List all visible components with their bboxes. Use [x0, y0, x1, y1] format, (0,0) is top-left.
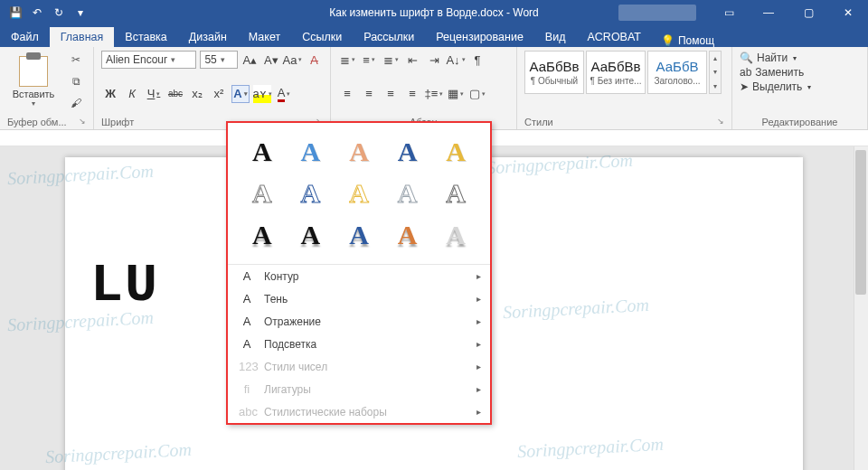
menu-item-label: Стили чисел [264, 361, 327, 373]
superscript-button[interactable]: x² [210, 85, 228, 103]
text-effect-swatch[interactable]: A [386, 175, 429, 212]
paste-label: Вставить [13, 89, 55, 99]
bullets-button[interactable]: ≣ [338, 51, 356, 69]
text-effect-swatch[interactable]: A [386, 217, 429, 253]
decrease-indent-button[interactable]: ⇤ [403, 51, 421, 69]
text-effects-menu-item[interactable]: AТень▸ [228, 287, 490, 310]
tab-review[interactable]: Рецензирование [425, 27, 534, 47]
styles-more-button[interactable]: ▴▾▾ [709, 51, 722, 94]
submenu-arrow-icon: ▸ [476, 362, 481, 371]
document-text[interactable]: LU [90, 255, 159, 316]
text-effects-menu-item[interactable]: AКонтур▸ [228, 265, 490, 287]
numbering-button[interactable]: ≡ [360, 51, 378, 69]
bold-button[interactable]: Ж [101, 85, 119, 103]
font-color-button[interactable]: A [275, 85, 293, 103]
tab-references[interactable]: Ссылки [291, 27, 353, 47]
paste-button[interactable]: Вставить ▾ [7, 56, 60, 108]
strikethrough-button[interactable]: abc [166, 85, 184, 103]
styles-gallery[interactable]: АаБбВв¶ Обычный АаБбВв¶ Без инте... АаБб… [524, 51, 724, 94]
window-title: Как изменить шрифт в Ворде.docx - Word [329, 6, 539, 19]
menu-item-label: Лигатуры [264, 383, 311, 396]
group-editing-label: Редактирование [740, 115, 860, 127]
undo-button[interactable]: ↶ [27, 3, 47, 23]
line-spacing-button[interactable]: ‡≡ [425, 85, 443, 103]
group-clipboard: Вставить ▾ ✂ ⧉ 🖌 Буфер обм...↘ [0, 47, 94, 129]
highlight-button[interactable]: aʏ [253, 85, 271, 103]
shrink-font-button[interactable]: A▾ [262, 51, 279, 69]
qat-customize[interactable]: ▾ [71, 3, 90, 23]
copy-button[interactable]: ⧉ [67, 72, 85, 90]
clear-formatting-button[interactable]: A̶ [306, 51, 323, 69]
text-effect-swatch[interactable]: A [241, 134, 284, 170]
style-normal[interactable]: АаБбВв¶ Обычный [524, 51, 584, 94]
justify-button[interactable]: ≡ [403, 85, 421, 103]
minimize-button[interactable]: — [749, 0, 788, 25]
group-editing: 🔍Найти▾ abЗаменить ➤Выделить▾ Редактиров… [732, 47, 868, 129]
multilevel-list-button[interactable]: ≣ [382, 51, 400, 69]
format-painter-button[interactable]: 🖌 [67, 94, 85, 112]
text-effect-swatch[interactable]: A [337, 217, 381, 253]
tell-me[interactable]: 💡Помощ [652, 34, 723, 47]
align-right-button[interactable]: ≡ [382, 85, 400, 103]
tab-mailings[interactable]: Рассылки [353, 27, 425, 47]
change-case-button[interactable]: Aa [284, 51, 302, 69]
text-effects-menu-item: fiЛигатуры▸ [228, 378, 490, 400]
tab-view[interactable]: Вид [534, 27, 577, 47]
menu-item-label: Отражение [264, 315, 321, 328]
find-button[interactable]: 🔍Найти▾ [740, 51, 860, 65]
font-size-combo[interactable]: 55▾ [200, 51, 237, 69]
subscript-button[interactable]: x₂ [188, 85, 206, 103]
show-marks-button[interactable]: ¶ [468, 51, 486, 69]
select-button[interactable]: ➤Выделить▾ [740, 80, 860, 94]
maximize-button[interactable]: ▢ [788, 0, 828, 25]
text-effect-swatch[interactable]: A [289, 217, 333, 253]
tab-home[interactable]: Главная [50, 27, 115, 47]
redo-button[interactable]: ↻ [49, 3, 69, 23]
account-indicator[interactable] [618, 5, 696, 21]
sort-button[interactable]: A↓ [447, 51, 465, 69]
style-heading1[interactable]: АаБбВЗаголово... [647, 51, 707, 94]
text-effects-menu-item[interactable]: AОтражение▸ [228, 310, 490, 333]
italic-button[interactable]: К [123, 85, 141, 103]
text-effect-swatch[interactable]: A [434, 217, 477, 253]
text-effect-swatch[interactable]: A [241, 217, 284, 253]
align-left-button[interactable]: ≡ [338, 85, 356, 103]
close-button[interactable]: ✕ [828, 0, 868, 25]
text-effect-swatch[interactable]: A [386, 134, 429, 170]
text-effects-menu-item[interactable]: AПодсветка▸ [228, 333, 490, 355]
underline-button[interactable]: Ч [145, 85, 163, 103]
tab-design[interactable]: Дизайн [178, 27, 238, 47]
shading-button[interactable]: ▦ [447, 85, 465, 103]
text-effect-swatch[interactable]: A [337, 175, 381, 212]
replace-button[interactable]: abЗаменить [740, 65, 860, 80]
increase-indent-button[interactable]: ⇥ [425, 51, 443, 69]
lightbulb-icon: 💡 [661, 34, 675, 47]
text-effects-button[interactable]: A [231, 85, 250, 103]
text-effect-swatch[interactable]: A [289, 134, 333, 170]
ribbon: Вставить ▾ ✂ ⧉ 🖌 Буфер обм...↘ Alien Enc… [0, 47, 868, 130]
text-effects-gallery: AAAAAAAAAAAAAAA AКонтур▸AТень▸AОтражение… [226, 121, 492, 425]
text-effect-swatch[interactable]: A [289, 175, 333, 212]
style-no-spacing[interactable]: АаБбВв¶ Без инте... [586, 51, 646, 94]
font-name-combo[interactable]: Alien Encour▾ [101, 51, 196, 69]
grow-font-button[interactable]: A▴ [241, 51, 259, 69]
text-effects-submenu: AКонтур▸AТень▸AОтражение▸AПодсветка▸123С… [228, 264, 490, 423]
clipboard-dialog-launcher[interactable]: ↘ [79, 117, 86, 127]
scrollbar-thumb[interactable] [855, 150, 866, 295]
text-effect-swatch[interactable]: A [434, 175, 477, 212]
cut-button[interactable]: ✂ [67, 51, 85, 69]
styles-dialog-launcher[interactable]: ↘ [717, 117, 724, 127]
tab-acrobat[interactable]: ACROBAT [576, 27, 652, 47]
save-button[interactable]: 💾 [5, 3, 25, 23]
text-effect-swatch[interactable]: A [241, 175, 284, 212]
tab-layout[interactable]: Макет [238, 27, 291, 47]
borders-button[interactable]: ▢ [468, 85, 486, 103]
align-center-button[interactable]: ≡ [360, 85, 378, 103]
tab-file[interactable]: Файл [0, 27, 50, 47]
text-effect-swatch[interactable]: A [434, 134, 477, 170]
text-effect-swatch[interactable]: A [337, 134, 381, 170]
vertical-scrollbar[interactable] [854, 146, 868, 470]
submenu-arrow-icon: ▸ [476, 407, 481, 417]
ribbon-display-options[interactable]: ▭ [709, 0, 749, 25]
tab-insert[interactable]: Вставка [114, 27, 177, 47]
